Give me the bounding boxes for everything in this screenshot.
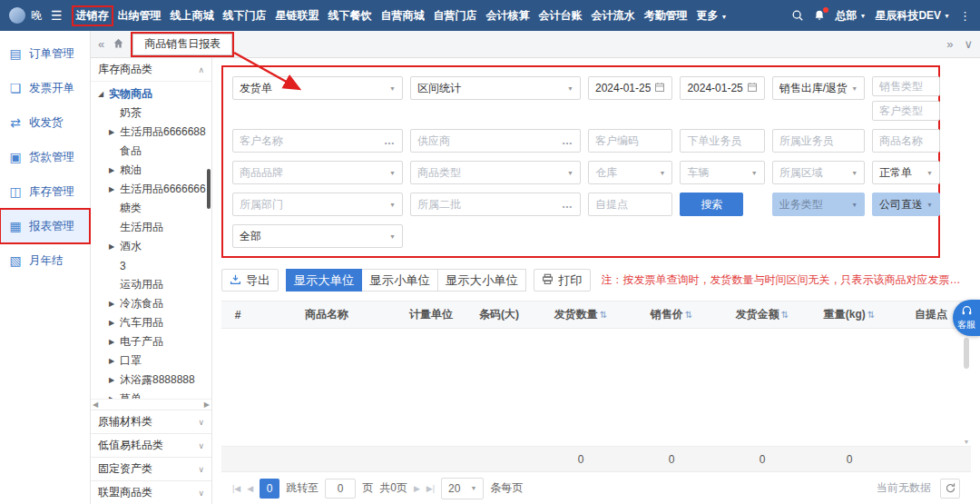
sidebar-item-orders[interactable]: ▤订单管理 (0, 36, 90, 71)
sale-type-input[interactable] (872, 76, 940, 96)
tree-node-10[interactable]: 运动用品 (107, 275, 211, 294)
export-button[interactable]: 导出 (221, 269, 279, 292)
tree-node-0[interactable]: ◢实物商品 (96, 84, 211, 104)
stock-op-select[interactable]: 销售出库/退货▼ (772, 76, 865, 100)
kebab-menu-icon[interactable]: ⋮ (959, 9, 971, 23)
nav-item-8[interactable]: 会计核算 (482, 5, 534, 26)
tree-node-4[interactable]: ▶粮油 (107, 161, 211, 180)
customer-name-field[interactable]: … (232, 129, 403, 153)
nav-more-menu[interactable]: 更多▼ (692, 5, 732, 26)
salesman-input[interactable] (772, 129, 865, 153)
current-page-indicator[interactable]: 0 (260, 479, 279, 499)
customer-type-input[interactable] (872, 101, 940, 121)
org-select[interactable]: 总部▼ (835, 8, 866, 24)
scroll-right-icon[interactable]: ▶ (204, 400, 210, 409)
tree-section-fixed-assets[interactable]: 固定资产类∨ (91, 457, 211, 480)
all-scope-select[interactable]: 全部▼ (232, 224, 403, 248)
scrollbar-thumb[interactable] (964, 338, 969, 369)
expand-tabs-icon[interactable]: » (946, 37, 953, 51)
nav-item-3[interactable]: 线下门店 (219, 5, 271, 26)
tree-node-12[interactable]: ▶汽车用品 (107, 313, 211, 332)
tree-node-6[interactable]: 糖类 (107, 199, 211, 218)
more-options-icon[interactable]: … (384, 136, 396, 145)
tree-node-16[interactable]: ▶草单 (107, 390, 211, 399)
nav-item-6[interactable]: 自营商城 (377, 5, 429, 26)
tree-section-stock-goods[interactable]: 库存商品类∧ (91, 58, 211, 82)
tree-horizontal-scrollbar[interactable]: ◀▶ (91, 399, 211, 410)
tree-node-5[interactable]: ▶生活用品6666666 (107, 180, 211, 199)
nav-item-9[interactable]: 会计台账 (534, 5, 587, 26)
sidebar-item-payments[interactable]: ▣货款管理 (0, 140, 90, 174)
last-page-button[interactable]: ▶| (426, 484, 435, 493)
sidebar-item-reports[interactable]: ▦报表管理 (0, 209, 90, 243)
customer-name-input[interactable] (240, 131, 380, 151)
collapse-tabs-icon[interactable]: « (98, 37, 104, 51)
sidebar-item-inventory[interactable]: ◫库存管理 (0, 174, 90, 209)
tree-node-1[interactable]: 奶茶 (107, 104, 211, 123)
more-options-icon[interactable]: … (562, 136, 573, 145)
tree-node-14[interactable]: ▶口罩 (107, 351, 211, 371)
tree-section-low-value[interactable]: 低值易耗品类∨ (91, 433, 211, 457)
scroll-left-icon[interactable]: ◀ (93, 400, 98, 409)
hamburger-menu-icon[interactable]: ☰ (51, 8, 63, 23)
supplier-field[interactable]: … (410, 129, 581, 153)
sort-icon[interactable]: ⇅ (685, 310, 692, 320)
sidebar-item-shipping[interactable]: ⇄收发货 (0, 105, 90, 140)
nav-item-5[interactable]: 线下餐饮 (324, 5, 377, 26)
scroll-down-icon[interactable]: ▼ (964, 439, 970, 445)
table-vertical-scrollbar[interactable]: ▲ ▼ (962, 329, 971, 446)
header-ship-amount[interactable]: 发货金额⇅ (717, 307, 808, 322)
department-select[interactable]: 所属部门▼ (232, 193, 403, 216)
tab-menu-chevron-icon[interactable]: ∨ (964, 37, 973, 51)
header-ship-qty[interactable]: 发货数量⇅ (535, 307, 626, 322)
home-icon[interactable] (113, 37, 124, 52)
tree-section-raw-materials[interactable]: 原辅材料类∨ (91, 410, 211, 433)
second-batch-field[interactable]: … (410, 193, 581, 216)
user-avatar[interactable] (9, 7, 25, 24)
tree-section-alliance-goods[interactable]: 联盟商品类∨ (91, 480, 211, 504)
delivery-mode-select[interactable]: 公司直送▼ (872, 193, 940, 216)
tree-node-8[interactable]: ▶酒水 (107, 237, 211, 256)
order-salesman-input[interactable] (680, 129, 764, 153)
doc-type-select[interactable]: 发货单▼ (232, 76, 403, 100)
nav-item-11[interactable]: 考勤管理 (640, 5, 692, 26)
page-size-select[interactable]: 20▼ (441, 478, 484, 499)
product-type-select[interactable]: 商品类型▼ (410, 161, 581, 184)
nav-item-2[interactable]: 线上商城 (166, 5, 219, 26)
supplier-input[interactable] (417, 131, 558, 151)
customer-code-input[interactable] (588, 129, 672, 153)
second-batch-input[interactable] (417, 194, 558, 214)
sidebar-item-closing[interactable]: ▧月年结 (0, 243, 90, 278)
region-select[interactable]: 所属区域▼ (772, 161, 865, 184)
sort-icon[interactable]: ⇅ (867, 310, 875, 320)
tree-scrollbar-thumb[interactable] (207, 169, 211, 209)
more-options-icon[interactable]: … (562, 200, 573, 209)
biz-type-select[interactable]: 业务类型▼ (772, 193, 865, 216)
nav-item-1[interactable]: 出纳管理 (113, 5, 166, 26)
unit-toggle-large[interactable]: 显示大单位 (286, 269, 363, 292)
nav-item-7[interactable]: 自营门店 (429, 5, 482, 26)
prev-page-button[interactable]: ◀ (247, 484, 253, 493)
product-name-input[interactable] (872, 129, 940, 153)
tree-node-15[interactable]: ▶沐浴露8888888 (107, 371, 211, 390)
first-page-button[interactable]: |◀ (232, 484, 240, 493)
nav-item-10[interactable]: 会计流水 (587, 5, 640, 26)
date-to-picker[interactable]: 2024-01-25 (680, 76, 764, 100)
tree-node-2[interactable]: ▶生活用品6666688 (107, 123, 211, 142)
search-button[interactable]: 搜索 (680, 193, 743, 216)
sort-icon[interactable]: ⇅ (781, 310, 789, 320)
tree-scroll-area[interactable]: ◢实物商品 奶茶 ▶生活用品6666688 食品 ▶粮油 ▶生活用品666666… (91, 82, 211, 399)
order-flag-select[interactable]: 正常单▼ (872, 161, 940, 184)
header-weight[interactable]: 重量(kg)⇅ (808, 307, 891, 322)
unit-toggle-both[interactable]: 显示大小单位 (438, 269, 526, 292)
tenant-select[interactable]: 星辰科技DEV▼ (875, 8, 950, 24)
unit-toggle-small[interactable]: 显示小单位 (362, 269, 438, 292)
pickup-point-input[interactable] (588, 193, 672, 216)
vehicle-select[interactable]: 车辆▼ (680, 161, 764, 184)
nav-item-4[interactable]: 星链联盟 (271, 5, 324, 26)
tree-node-3[interactable]: 食品 (107, 142, 211, 161)
sidebar-item-invoicing[interactable]: ❏发票开单 (0, 71, 90, 105)
next-page-button[interactable]: ▶ (414, 484, 420, 493)
search-icon[interactable] (791, 9, 804, 22)
date-from-picker[interactable]: 2024-01-25 (588, 76, 672, 100)
